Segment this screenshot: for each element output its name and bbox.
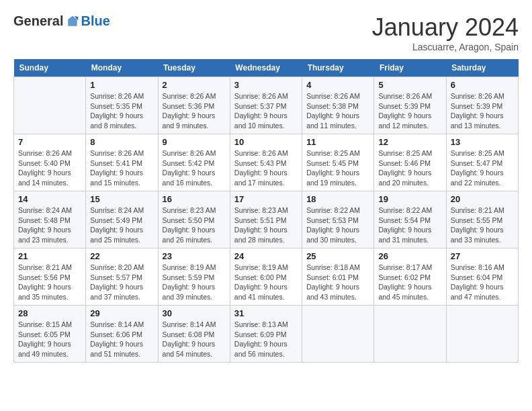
calendar-day-cell: 31Sunrise: 8:13 AM Sunset: 6:09 PM Dayli… — [230, 306, 302, 363]
logo-general-text: General — [13, 13, 63, 29]
calendar-day-cell: 8Sunrise: 8:26 AM Sunset: 5:41 PM Daylig… — [86, 134, 158, 191]
day-info: Sunrise: 8:26 AM Sunset: 5:40 PM Dayligh… — [18, 148, 81, 188]
calendar-week-row: 28Sunrise: 8:15 AM Sunset: 6:05 PM Dayli… — [14, 306, 519, 363]
calendar-day-cell: 2Sunrise: 8:26 AM Sunset: 5:36 PM Daylig… — [158, 77, 230, 134]
calendar-day-cell: 4Sunrise: 8:26 AM Sunset: 5:38 PM Daylig… — [302, 77, 374, 134]
day-number: 5 — [378, 80, 441, 90]
day-info: Sunrise: 8:18 AM Sunset: 6:01 PM Dayligh… — [306, 263, 369, 302]
calendar-day-cell: 23Sunrise: 8:19 AM Sunset: 5:59 PM Dayli… — [158, 248, 230, 306]
day-info: Sunrise: 8:26 AM Sunset: 5:41 PM Dayligh… — [90, 148, 153, 188]
day-info: Sunrise: 8:23 AM Sunset: 5:51 PM Dayligh… — [234, 205, 298, 245]
day-number: 9 — [163, 137, 226, 147]
calendar-empty-cell — [374, 306, 446, 363]
day-info: Sunrise: 8:26 AM Sunset: 5:39 PM Dayligh… — [451, 91, 514, 131]
title-section: January 2024 Lascuarre, Aragon, Spain — [372, 13, 519, 52]
day-info: Sunrise: 8:21 AM Sunset: 5:56 PM Dayligh… — [18, 263, 81, 302]
day-number: 21 — [18, 251, 81, 261]
calendar-day-cell: 18Sunrise: 8:22 AM Sunset: 5:53 PM Dayli… — [302, 191, 374, 248]
calendar-week-row: 14Sunrise: 8:24 AM Sunset: 5:48 PM Dayli… — [14, 191, 519, 248]
calendar-day-cell: 10Sunrise: 8:26 AM Sunset: 5:43 PM Dayli… — [230, 134, 302, 191]
calendar-day-cell: 27Sunrise: 8:16 AM Sunset: 6:04 PM Dayli… — [446, 248, 518, 306]
day-info: Sunrise: 8:26 AM Sunset: 5:36 PM Dayligh… — [163, 91, 226, 131]
calendar-day-cell: 15Sunrise: 8:24 AM Sunset: 5:49 PM Dayli… — [86, 191, 158, 248]
day-number: 1 — [90, 80, 153, 90]
day-number: 6 — [451, 80, 514, 90]
calendar-week-row: 21Sunrise: 8:21 AM Sunset: 5:56 PM Dayli… — [14, 248, 519, 306]
day-info: Sunrise: 8:21 AM Sunset: 5:55 PM Dayligh… — [451, 205, 514, 245]
calendar-empty-cell — [302, 306, 374, 363]
location-subtitle: Lascuarre, Aragon, Spain — [372, 42, 519, 52]
calendar-day-cell: 1Sunrise: 8:26 AM Sunset: 5:35 PM Daylig… — [86, 77, 158, 134]
day-number: 31 — [234, 308, 298, 318]
day-number: 11 — [306, 137, 369, 147]
day-info: Sunrise: 8:19 AM Sunset: 5:59 PM Dayligh… — [163, 263, 226, 302]
day-number: 15 — [90, 194, 153, 204]
day-info: Sunrise: 8:22 AM Sunset: 5:53 PM Dayligh… — [306, 205, 369, 245]
day-number: 17 — [234, 194, 298, 204]
day-info: Sunrise: 8:14 AM Sunset: 6:06 PM Dayligh… — [90, 320, 153, 359]
month-title: January 2024 — [372, 13, 519, 42]
day-info: Sunrise: 8:25 AM Sunset: 5:47 PM Dayligh… — [451, 148, 514, 188]
day-info: Sunrise: 8:13 AM Sunset: 6:09 PM Dayligh… — [234, 320, 298, 359]
calendar-empty-cell — [446, 306, 518, 363]
calendar-day-cell: 9Sunrise: 8:26 AM Sunset: 5:42 PM Daylig… — [158, 134, 230, 191]
day-number: 30 — [163, 308, 226, 318]
day-number: 14 — [18, 194, 81, 204]
calendar-day-cell: 14Sunrise: 8:24 AM Sunset: 5:48 PM Dayli… — [14, 191, 86, 248]
page-header: General Blue January 2024 Lascuarre, Ara… — [13, 13, 519, 52]
calendar-day-cell: 5Sunrise: 8:26 AM Sunset: 5:39 PM Daylig… — [374, 77, 446, 134]
day-info: Sunrise: 8:23 AM Sunset: 5:50 PM Dayligh… — [163, 205, 226, 245]
calendar-table: SundayMondayTuesdayWednesdayThursdayFrid… — [13, 59, 519, 363]
calendar-day-cell: 22Sunrise: 8:20 AM Sunset: 5:57 PM Dayli… — [86, 248, 158, 306]
day-info: Sunrise: 8:25 AM Sunset: 5:46 PM Dayligh… — [378, 148, 441, 188]
calendar-week-row: 7Sunrise: 8:26 AM Sunset: 5:40 PM Daylig… — [14, 134, 519, 191]
day-of-week-header: Tuesday — [158, 59, 230, 77]
calendar-day-cell: 26Sunrise: 8:17 AM Sunset: 6:02 PM Dayli… — [374, 248, 446, 306]
day-number: 18 — [306, 194, 369, 204]
day-info: Sunrise: 8:19 AM Sunset: 6:00 PM Dayligh… — [234, 263, 298, 302]
calendar-day-cell: 16Sunrise: 8:23 AM Sunset: 5:50 PM Dayli… — [158, 191, 230, 248]
calendar-day-cell: 20Sunrise: 8:21 AM Sunset: 5:55 PM Dayli… — [446, 191, 518, 248]
calendar-day-cell: 17Sunrise: 8:23 AM Sunset: 5:51 PM Dayli… — [230, 191, 302, 248]
day-number: 28 — [18, 308, 81, 318]
day-number: 19 — [378, 194, 441, 204]
day-info: Sunrise: 8:15 AM Sunset: 6:05 PM Dayligh… — [18, 320, 81, 359]
calendar-day-cell: 7Sunrise: 8:26 AM Sunset: 5:40 PM Daylig… — [14, 134, 86, 191]
day-number: 16 — [163, 194, 226, 204]
day-of-week-header: Friday — [374, 59, 446, 77]
calendar-day-cell: 11Sunrise: 8:25 AM Sunset: 5:45 PM Dayli… — [302, 134, 374, 191]
day-of-week-header: Sunday — [14, 59, 86, 77]
calendar-day-cell: 21Sunrise: 8:21 AM Sunset: 5:56 PM Dayli… — [14, 248, 86, 306]
day-info: Sunrise: 8:17 AM Sunset: 6:02 PM Dayligh… — [378, 263, 441, 302]
day-number: 29 — [90, 308, 153, 318]
day-number: 22 — [90, 251, 153, 261]
day-info: Sunrise: 8:26 AM Sunset: 5:37 PM Dayligh… — [234, 91, 298, 131]
day-number: 25 — [306, 251, 369, 261]
logo-blue-text: Blue — [81, 13, 109, 29]
calendar-day-cell: 3Sunrise: 8:26 AM Sunset: 5:37 PM Daylig… — [230, 77, 302, 134]
logo: General Blue — [13, 13, 110, 29]
day-number: 10 — [234, 137, 298, 147]
day-info: Sunrise: 8:14 AM Sunset: 6:08 PM Dayligh… — [163, 320, 226, 359]
calendar-day-cell: 25Sunrise: 8:18 AM Sunset: 6:01 PM Dayli… — [302, 248, 374, 306]
day-info: Sunrise: 8:25 AM Sunset: 5:45 PM Dayligh… — [306, 148, 369, 188]
day-number: 3 — [234, 80, 298, 90]
calendar-week-row: 1Sunrise: 8:26 AM Sunset: 5:35 PM Daylig… — [14, 77, 519, 134]
calendar-day-cell: 24Sunrise: 8:19 AM Sunset: 6:00 PM Dayli… — [230, 248, 302, 306]
calendar-day-cell: 12Sunrise: 8:25 AM Sunset: 5:46 PM Dayli… — [374, 134, 446, 191]
calendar-day-cell: 29Sunrise: 8:14 AM Sunset: 6:06 PM Dayli… — [86, 306, 158, 363]
day-of-week-header: Saturday — [446, 59, 518, 77]
calendar-day-cell: 6Sunrise: 8:26 AM Sunset: 5:39 PM Daylig… — [446, 77, 518, 134]
calendar-empty-cell — [14, 77, 86, 134]
day-number: 20 — [451, 194, 514, 204]
day-of-week-header: Thursday — [302, 59, 374, 77]
day-of-week-header: Monday — [86, 59, 158, 77]
day-info: Sunrise: 8:24 AM Sunset: 5:49 PM Dayligh… — [90, 205, 153, 245]
day-of-week-header: Wednesday — [230, 59, 302, 77]
calendar-day-cell: 28Sunrise: 8:15 AM Sunset: 6:05 PM Dayli… — [14, 306, 86, 363]
day-number: 27 — [451, 251, 514, 261]
day-info: Sunrise: 8:26 AM Sunset: 5:35 PM Dayligh… — [90, 91, 153, 131]
day-number: 8 — [90, 137, 153, 147]
day-number: 13 — [451, 137, 514, 147]
day-info: Sunrise: 8:20 AM Sunset: 5:57 PM Dayligh… — [90, 263, 153, 302]
